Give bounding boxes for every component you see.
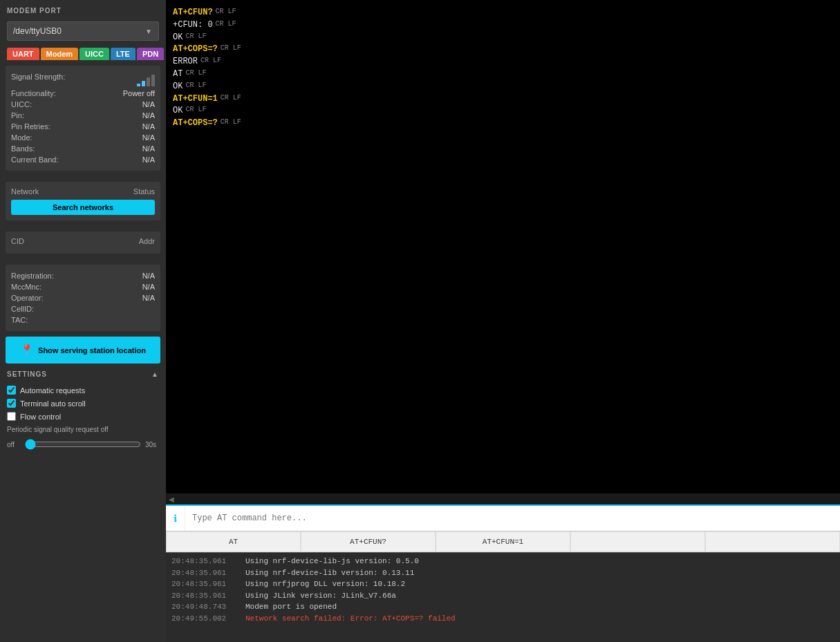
modem-port-title: MODEM PORT xyxy=(0,0,166,17)
port-selector-wrap: /dev/ttyUSB0 ▼ xyxy=(0,17,166,45)
slider-row: off 30s xyxy=(7,436,159,453)
quick-cmd-empty-1 xyxy=(570,531,705,552)
pin-value: N/A xyxy=(142,111,155,120)
status-col-label: Status xyxy=(133,187,155,196)
network-panel: Network Status Search networks xyxy=(6,182,160,220)
pin-retries-row: Pin Retries: N/A xyxy=(11,121,155,132)
registration-row: Registration: N/A xyxy=(11,270,155,281)
log-message: Using nrf-device-lib-js version: 0.5.0 xyxy=(245,556,419,567)
operator-label: Operator: xyxy=(11,294,43,302)
bands-value: N/A xyxy=(142,144,155,153)
signal-strength-panel: Signal Strength: Functionality: Power of… xyxy=(6,66,160,171)
registration-label: Registration: xyxy=(11,272,54,280)
terminal-line: +CFUN: 0CR LF xyxy=(173,19,833,31)
settings-collapse-icon[interactable]: ▲ xyxy=(151,370,159,378)
scroll-indicator: ◀ xyxy=(166,493,840,504)
bands-row: Bands: N/A xyxy=(11,143,155,154)
terminal-line: AT+COPS=?CR LF xyxy=(173,44,833,55)
log-timestamp: 20:49:55.002 xyxy=(171,613,237,625)
mode-row: Mode: N/A xyxy=(11,132,155,143)
log-timestamp: 20:49:48.743 xyxy=(171,601,237,613)
log-line: 20:48:35.961Using nrf-device-lib version… xyxy=(171,567,834,579)
current-band-value: N/A xyxy=(142,155,155,164)
quick-cmd-cfun-query[interactable]: AT+CFUN? xyxy=(301,531,436,552)
log-line: 20:48:35.961Using nrf-device-lib-js vers… xyxy=(171,556,834,567)
functionality-row: Functionality: Power off xyxy=(11,88,155,99)
automatic-requests-checkbox[interactable] xyxy=(7,386,16,395)
sidebar: MODEM PORT /dev/ttyUSB0 ▼ UART Modem UIC… xyxy=(0,0,166,642)
uicc-row: UICC: N/A xyxy=(11,99,155,110)
mccmnc-row: MccMnc: N/A xyxy=(11,281,155,292)
terminal-line: OKCR LF xyxy=(173,105,833,117)
functionality-label: Functionality: xyxy=(11,89,56,97)
log-message: Network search failed: Error: AT+COPS=? … xyxy=(245,613,456,625)
uicc-value: N/A xyxy=(142,100,155,108)
terminal-line: AT+CFUN?CR LF xyxy=(173,7,833,19)
terminal-line: AT+COPS=?CR LF xyxy=(173,117,833,129)
quick-cmd-cfun1[interactable]: AT+CFUN=1 xyxy=(436,531,570,552)
automatic-requests-row: Automatic requests xyxy=(7,384,159,397)
network-col-label: Network xyxy=(11,187,39,196)
operator-row: Operator: N/A xyxy=(11,292,155,303)
log-message: Using JLink version: JLink_V7.66a xyxy=(245,590,396,602)
main-panel: AT+CFUN?CR LF+CFUN: 0CR LFOKCR LFAT+COPS… xyxy=(166,0,840,642)
mccmnc-label: MccMnc: xyxy=(11,283,41,291)
registration-panel: Registration: N/A MccMnc: N/A Operator: … xyxy=(6,265,160,331)
terminal-line: OKCR LF xyxy=(173,81,833,93)
log-line: 20:48:35.961Using JLink version: JLink_V… xyxy=(171,590,834,602)
log-area: 20:48:35.961Using nrf-device-lib-js vers… xyxy=(166,552,840,642)
serving-station-button[interactable]: 📍 Show serving station location xyxy=(6,337,160,364)
log-line: 20:49:55.002Network search failed: Error… xyxy=(171,613,834,625)
addr-col-label: Addr xyxy=(139,237,155,245)
tac-label: TAC: xyxy=(11,316,28,324)
quick-commands-bar: AT AT+CFUN? AT+CFUN=1 xyxy=(166,531,840,552)
pdn-header: CID Addr xyxy=(11,237,155,245)
log-timestamp: 20:48:35.961 xyxy=(171,567,237,579)
terminal-output[interactable]: AT+CFUN?CR LF+CFUN: 0CR LFOKCR LFAT+COPS… xyxy=(166,0,840,493)
network-header: Network Status xyxy=(11,187,155,196)
settings-title: SETTINGS xyxy=(7,370,47,378)
pin-row: Pin: N/A xyxy=(11,110,155,121)
log-message: Using nrf-device-lib version: 0.13.11 xyxy=(245,567,414,579)
signal-strength-label: Signal Strength: xyxy=(11,73,65,86)
port-selector[interactable]: /dev/ttyUSB0 xyxy=(7,21,159,41)
pdn-panel: CID Addr xyxy=(6,232,160,254)
tab-bar: UART Modem UICC LTE PDN xyxy=(0,45,166,60)
log-line: 20:48:35.961Using nrfjprog DLL version: … xyxy=(171,578,834,590)
quick-cmd-at[interactable]: AT xyxy=(166,531,301,552)
terminal-line: OKCR LF xyxy=(173,32,833,44)
search-networks-button[interactable]: Search networks xyxy=(11,200,155,215)
tab-modem[interactable]: Modem xyxy=(41,48,79,60)
at-command-input[interactable] xyxy=(185,508,840,529)
log-timestamp: 20:48:35.961 xyxy=(171,590,237,602)
cid-col-label: CID xyxy=(11,237,24,245)
terminal-auto-scroll-checkbox[interactable] xyxy=(7,399,16,408)
log-message: Modem port is opened xyxy=(245,601,337,613)
cellid-row: CellID: xyxy=(11,303,155,314)
uicc-label: UICC: xyxy=(11,100,32,108)
pin-label: Pin: xyxy=(11,111,24,120)
terminal-auto-scroll-row: Terminal auto scroll xyxy=(7,397,159,410)
location-pin-icon: 📍 xyxy=(20,343,34,357)
registration-value: N/A xyxy=(142,272,155,280)
tab-pdn[interactable]: PDN xyxy=(137,48,164,60)
tab-lte[interactable]: LTE xyxy=(111,48,136,60)
flow-control-checkbox[interactable] xyxy=(7,412,16,421)
log-timestamp: 20:48:35.961 xyxy=(171,556,237,567)
terminal-auto-scroll-label: Terminal auto scroll xyxy=(20,399,86,408)
operator-value: N/A xyxy=(142,294,155,302)
info-icon[interactable]: ℹ xyxy=(166,506,185,531)
pin-retries-value: N/A xyxy=(142,122,155,131)
periodic-slider[interactable] xyxy=(25,439,141,450)
terminal-line: AT+CFUN=1CR LF xyxy=(173,93,833,105)
serving-station-label: Show serving station location xyxy=(38,346,146,355)
mode-label: Mode: xyxy=(11,133,32,142)
tab-uart[interactable]: UART xyxy=(7,48,39,60)
scroll-left-icon[interactable]: ◀ xyxy=(169,495,174,503)
tab-uicc[interactable]: UICC xyxy=(80,48,109,60)
bands-label: Bands: xyxy=(11,144,35,153)
terminal-line: ERRORCR LF xyxy=(173,56,833,68)
log-line: 20:49:48.743Modem port is opened xyxy=(171,601,834,613)
signal-strength-row: Signal Strength: xyxy=(11,71,155,88)
functionality-value: Power off xyxy=(123,89,155,97)
